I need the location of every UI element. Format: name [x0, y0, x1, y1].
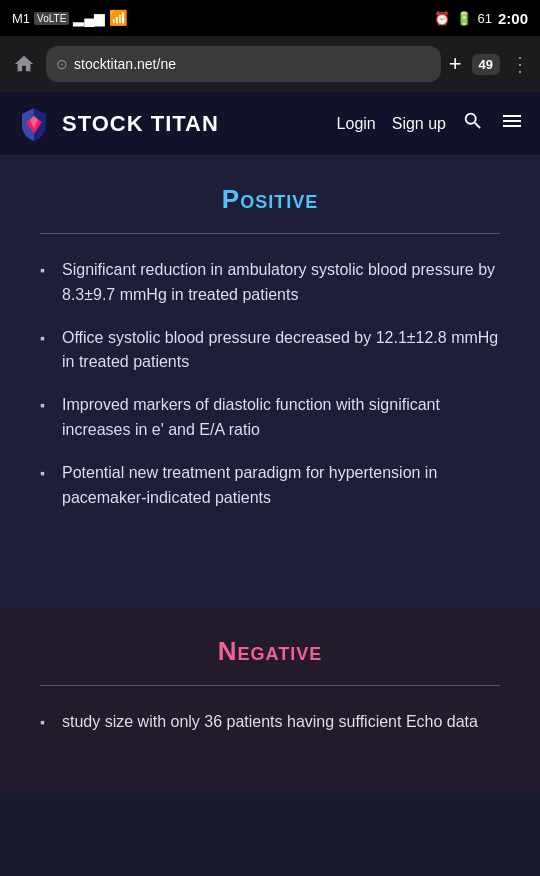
- tabs-count-button[interactable]: 49: [472, 54, 500, 75]
- alarm-icon: ⏰: [434, 11, 450, 26]
- browser-bar: ⊙ stocktitan.net/ne + 49 ⋮: [0, 36, 540, 92]
- status-bar: M1 VoLTE ▂▄▆ 📶 ⏰ 🔋 61 2:00: [0, 0, 540, 36]
- main-content: Positive Significant reduction in ambula…: [0, 156, 540, 793]
- negative-divider: [40, 685, 500, 686]
- positive-bullet-2: Office systolic blood pressure decreased…: [40, 326, 500, 376]
- negative-section: Negative study size with only 36 patient…: [0, 608, 540, 793]
- positive-section: Positive Significant reduction in ambula…: [0, 156, 540, 568]
- status-right: ⏰ 🔋 61 2:00: [434, 10, 529, 27]
- browser-menu-button[interactable]: ⋮: [510, 52, 530, 76]
- positive-bullet-1: Significant reduction in ambulatory syst…: [40, 258, 500, 308]
- positive-bullet-list: Significant reduction in ambulatory syst…: [40, 258, 500, 510]
- volte-badge: VoLTE: [34, 12, 69, 25]
- signal-icon: ▂▄▆: [73, 10, 105, 26]
- site-header: STOCK TITAN Login Sign up: [0, 92, 540, 156]
- search-icon[interactable]: [462, 110, 484, 137]
- signup-link[interactable]: Sign up: [392, 115, 446, 133]
- login-link[interactable]: Login: [337, 115, 376, 133]
- url-icon: ⊙: [56, 56, 68, 72]
- negative-heading: Negative: [40, 636, 500, 667]
- url-text: stocktitan.net/ne: [74, 56, 431, 72]
- battery-percent: 61: [478, 11, 492, 26]
- positive-bullet-4: Potential new treatment paradigm for hyp…: [40, 461, 500, 511]
- site-title-text: STOCK TITAN: [62, 111, 219, 137]
- positive-heading: Positive: [40, 184, 500, 215]
- hamburger-menu-icon[interactable]: [500, 109, 524, 139]
- time-display: 2:00: [498, 10, 528, 27]
- url-bar[interactable]: ⊙ stocktitan.net/ne: [46, 46, 441, 82]
- site-logo[interactable]: STOCK TITAN: [16, 106, 337, 142]
- section-gap: [0, 568, 540, 608]
- status-left: M1 VoLTE ▂▄▆ 📶: [12, 9, 128, 27]
- positive-divider: [40, 233, 500, 234]
- wifi-icon: 📶: [109, 9, 128, 27]
- negative-bullet-1: study size with only 36 patients having …: [40, 710, 500, 735]
- new-tab-button[interactable]: +: [449, 51, 462, 77]
- battery-icon: 🔋: [456, 11, 472, 26]
- positive-bullet-3: Improved markers of diastolic function w…: [40, 393, 500, 443]
- logo-icon: [16, 106, 52, 142]
- site-nav: Login Sign up: [337, 109, 524, 139]
- home-button[interactable]: [10, 50, 38, 78]
- carrier-label: M1: [12, 11, 30, 26]
- browser-actions: + 49 ⋮: [449, 51, 530, 77]
- negative-bullet-list: study size with only 36 patients having …: [40, 710, 500, 735]
